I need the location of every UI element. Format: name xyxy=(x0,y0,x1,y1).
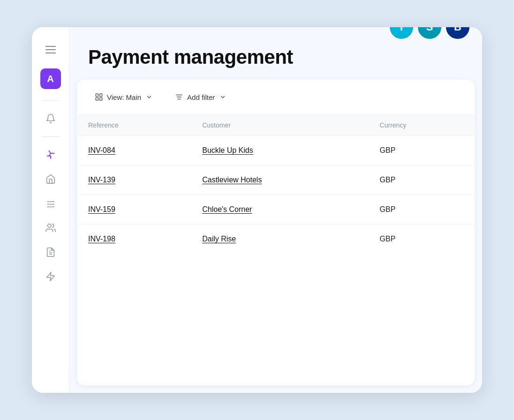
avatar[interactable]: A xyxy=(40,68,61,89)
reference-link[interactable]: INV-198 xyxy=(88,235,115,243)
cell-currency: GBP xyxy=(369,195,475,225)
cell-currency: GBP xyxy=(369,136,475,165)
col-reference: Reference xyxy=(77,115,191,136)
app-container: T S B A xyxy=(32,27,482,393)
cell-customer[interactable]: Buckle Up Kids xyxy=(191,136,368,165)
sidebar-divider-2 xyxy=(41,136,60,137)
view-main-label: View: Main xyxy=(107,93,141,101)
svg-marker-13 xyxy=(46,272,54,281)
add-filter-label: Add filter xyxy=(187,93,215,101)
cell-currency: GBP xyxy=(369,225,475,254)
tsb-t-circle: T xyxy=(388,27,415,40)
col-customer: Customer xyxy=(191,115,368,136)
filter-icon xyxy=(175,93,183,101)
customer-link[interactable]: Castleview Hotels xyxy=(202,176,262,184)
svg-rect-14 xyxy=(96,94,98,96)
table-row: INV-139Castleview HotelsGBP xyxy=(77,165,475,195)
cell-customer[interactable]: Daily Rise xyxy=(191,225,368,254)
page-title: Payment management xyxy=(88,46,463,68)
menu-icon[interactable] xyxy=(41,40,60,59)
svg-point-5 xyxy=(47,203,49,205)
svg-point-7 xyxy=(47,206,49,208)
cell-reference[interactable]: INV-159 xyxy=(77,195,191,225)
sidebar-divider-top xyxy=(41,100,60,101)
sidebar-item-automation[interactable] xyxy=(40,266,61,287)
cell-customer[interactable]: Castleview Hotels xyxy=(191,165,368,195)
svg-rect-17 xyxy=(100,98,102,100)
table-header-row: Reference Customer Currency xyxy=(77,115,475,136)
sidebar-item-contacts[interactable] xyxy=(40,218,61,238)
col-currency: Currency xyxy=(369,115,475,136)
sidebar-item-tasks[interactable] xyxy=(40,193,61,214)
svg-rect-16 xyxy=(96,98,98,100)
grid-icon xyxy=(95,93,103,101)
sidebar-item-documents[interactable] xyxy=(40,242,61,262)
cell-currency: GBP xyxy=(369,165,475,195)
cell-reference[interactable]: INV-084 xyxy=(77,136,191,165)
payments-table: Reference Customer Currency INV-084Buckl… xyxy=(77,115,475,254)
svg-rect-15 xyxy=(100,94,102,96)
toolbar: View: Main Add filter xyxy=(77,80,475,115)
add-filter-button[interactable]: Add filter xyxy=(168,89,233,105)
tsb-b-circle: B xyxy=(445,27,471,40)
reference-link[interactable]: INV-139 xyxy=(88,176,115,184)
sidebar-item-filters[interactable] xyxy=(40,144,61,165)
table-row: INV-084Buckle Up KidsGBP xyxy=(77,136,475,165)
cell-reference[interactable]: INV-198 xyxy=(77,225,191,254)
sidebar-item-home[interactable] xyxy=(40,169,61,189)
customer-link[interactable]: Daily Rise xyxy=(202,235,236,243)
sidebar-item-notifications[interactable] xyxy=(40,108,61,129)
svg-point-3 xyxy=(47,201,49,202)
filter-chevron-icon xyxy=(219,94,226,100)
chevron-down-icon xyxy=(146,94,152,100)
main-content: Payment management View: Main xyxy=(69,27,482,393)
table-row: INV-198Daily RiseGBP xyxy=(77,225,475,254)
tsb-logo: T S B xyxy=(388,27,471,40)
reference-link[interactable]: INV-084 xyxy=(88,146,115,154)
svg-point-9 xyxy=(47,224,51,227)
table-row: INV-159Chloe's CornerGBP xyxy=(77,195,475,225)
view-main-button[interactable]: View: Main xyxy=(88,89,159,105)
tsb-s-circle: S xyxy=(416,27,443,40)
customer-link[interactable]: Chloe's Corner xyxy=(202,205,252,213)
table-section: View: Main Add filter xyxy=(77,80,475,385)
sidebar: A xyxy=(32,27,69,393)
cell-reference[interactable]: INV-139 xyxy=(77,165,191,195)
cell-customer[interactable]: Chloe's Corner xyxy=(191,195,368,225)
customer-link[interactable]: Buckle Up Kids xyxy=(202,146,253,154)
reference-link[interactable]: INV-159 xyxy=(88,205,115,213)
